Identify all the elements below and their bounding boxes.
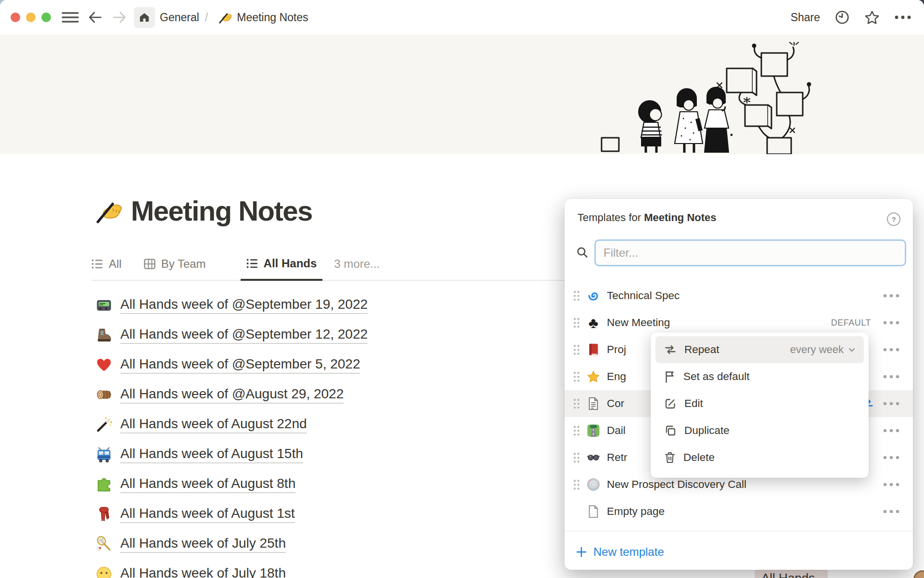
list-item[interactable]: All Hands week of @September 5, 2022 <box>95 350 471 380</box>
template-name: Technical Spec <box>607 289 877 302</box>
drag-handle-icon[interactable] <box>573 371 580 382</box>
list-item-title: All Hands week of @September 12, 2022 <box>120 327 368 344</box>
list-item[interactable]: All Hands week of July 18th <box>95 559 471 578</box>
drag-handle-icon[interactable] <box>573 452 580 463</box>
bulleted-list-icon <box>91 259 103 269</box>
drag-handle-icon[interactable] <box>573 398 580 409</box>
drag-handle-icon[interactable] <box>573 344 580 355</box>
table-icon <box>144 259 155 269</box>
minimize-window-button[interactable] <box>26 13 36 22</box>
row-more-options-button[interactable] <box>883 510 899 513</box>
topbar-actions: Share <box>791 10 911 25</box>
menu-item-delete[interactable]: Delete <box>655 444 864 471</box>
plus-icon <box>576 547 587 557</box>
flag-icon <box>664 370 676 383</box>
breadcrumb-section[interactable]: General <box>160 11 199 24</box>
list-item[interactable]: All Hands week of August 1st <box>95 499 471 529</box>
template-name: New Meeting <box>607 316 825 329</box>
drag-handle-icon[interactable] <box>573 290 580 301</box>
row-more-options-button[interactable] <box>883 375 899 379</box>
menu-item-set-as-default[interactable]: Set as default <box>655 363 864 390</box>
puzzle-piece-emoji <box>95 476 113 493</box>
share-button[interactable]: Share <box>791 11 820 24</box>
list-item-title: All Hands week of @September 5, 2022 <box>120 356 360 374</box>
face-emoji <box>95 565 113 578</box>
repeat-frequency-dropdown[interactable]: every week <box>790 343 855 356</box>
menu-item-duplicate[interactable]: Duplicate <box>655 417 864 444</box>
drag-handle-icon[interactable] <box>573 425 580 436</box>
close-window-button[interactable] <box>11 13 20 22</box>
star-outline-icon <box>864 10 880 25</box>
template-context-menu: Repeat every week Set as default Edit Du… <box>651 332 869 478</box>
tab-label: All Hands <box>264 257 317 270</box>
list-item-title: All Hands week of @September 19, 2022 <box>120 297 368 314</box>
more-options-button[interactable] <box>894 15 911 20</box>
tag-label: All Hands <box>755 570 828 578</box>
all-hands-tag[interactable]: All Hands <box>755 570 828 578</box>
row-more-options-button[interactable] <box>883 348 899 352</box>
menu-item-label: Delete <box>683 451 715 464</box>
breadcrumb-separator: / <box>205 11 208 24</box>
bulleted-list-icon <box>246 258 258 269</box>
trolleybus-emoji <box>95 446 113 463</box>
hamburger-icon <box>62 11 79 24</box>
filter-input[interactable] <box>594 239 906 266</box>
breadcrumb-page[interactable]: Meeting Notes <box>218 11 308 24</box>
list-item-title: All Hands week of August 22nd <box>120 416 307 434</box>
menu-item-label: Edit <box>684 397 703 410</box>
template-row[interactable]: Empty page <box>565 498 913 525</box>
template-row[interactable]: Technical Spec <box>565 282 913 309</box>
cd-emoji <box>586 477 601 492</box>
ellipsis-icon <box>894 15 911 20</box>
drag-handle-icon[interactable] <box>573 317 580 328</box>
motorway-emoji <box>586 423 601 438</box>
tab-all-hands[interactable]: All Hands <box>241 257 323 281</box>
new-template-button[interactable]: New template <box>576 537 901 567</box>
help-button[interactable]: ? <box>887 212 900 226</box>
tab-by-team[interactable]: By Team <box>138 257 212 279</box>
window-controls <box>11 13 51 22</box>
list-item[interactable]: All Hands week of August 15th <box>95 440 471 470</box>
drag-handle-icon[interactable] <box>573 479 580 490</box>
page-list: All Hands week of @September 19, 2022 Al… <box>95 290 471 578</box>
page-title[interactable]: Meeting Notes <box>131 195 312 227</box>
tab-all[interactable]: All <box>91 257 128 279</box>
duplicate-icon <box>664 424 677 437</box>
menu-item-label: Repeat <box>684 343 719 356</box>
favorite-button[interactable] <box>864 10 880 25</box>
document-icon <box>586 396 601 411</box>
list-item-title: All Hands week of July 25th <box>120 536 286 553</box>
row-more-options-button[interactable] <box>883 483 899 486</box>
tab-label: 3 more... <box>334 257 380 271</box>
tab-more-views[interactable]: 3 more... <box>322 257 385 279</box>
list-item[interactable]: All Hands week of @August 29, 2022 <box>95 380 471 410</box>
zoom-window-button[interactable] <box>41 13 51 22</box>
menu-item-repeat[interactable]: Repeat every week <box>655 336 864 363</box>
row-more-options-button[interactable] <box>883 429 899 433</box>
row-more-options-button[interactable] <box>883 402 899 406</box>
home-button[interactable] <box>134 7 155 28</box>
sidebar-menu-button[interactable] <box>62 11 79 24</box>
cover-illustration <box>582 40 813 154</box>
back-button[interactable] <box>86 8 104 26</box>
row-more-options-button[interactable] <box>883 456 899 460</box>
list-item[interactable]: All Hands week of July 25th <box>95 529 471 559</box>
menu-item-label: Duplicate <box>684 424 730 437</box>
default-badge: DEFAULT <box>831 318 871 328</box>
list-item-title: All Hands week of @August 29, 2022 <box>120 386 344 404</box>
list-item[interactable]: All Hands week of August 8th <box>95 470 471 499</box>
menu-item-edit[interactable]: Edit <box>655 390 864 417</box>
writing-hand-icon[interactable] <box>95 198 122 223</box>
row-more-options-button[interactable] <box>883 321 899 325</box>
list-item-title: All Hands week of August 1st <box>120 506 295 523</box>
list-item[interactable]: All Hands week of August 22nd <box>95 410 471 440</box>
updates-button[interactable] <box>834 10 850 25</box>
list-item[interactable]: All Hands week of @September 19, 2022 <box>95 290 471 320</box>
clock-icon <box>834 10 850 25</box>
view-tabs: All By Team All Hands 3 more... <box>91 257 385 280</box>
star-emoji <box>586 369 601 384</box>
list-item[interactable]: All Hands week of @September 12, 2022 <box>95 320 471 350</box>
row-more-options-button[interactable] <box>883 294 899 298</box>
list-item-title: All Hands week of July 18th <box>120 565 286 578</box>
forward-button[interactable] <box>111 8 129 26</box>
